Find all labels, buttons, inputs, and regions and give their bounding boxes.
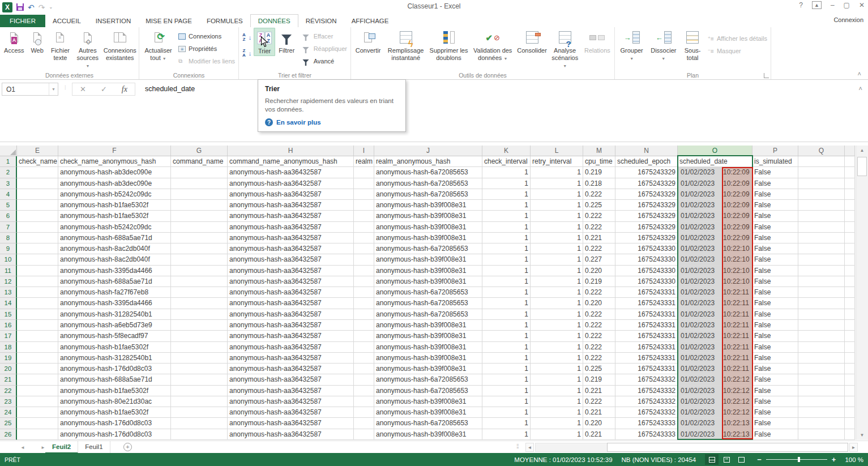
cell-I18[interactable] (354, 342, 374, 353)
autres-sources-button[interactable]: ◇ Autres sources ▼ (73, 28, 102, 70)
cell-J25[interactable]: anonymous-hash-6a72085653 (374, 418, 482, 429)
cell-Q25[interactable] (798, 418, 845, 429)
cell-F1[interactable]: check_name_anonymous_hash (58, 156, 171, 167)
cell-E25[interactable] (17, 418, 58, 429)
cell-I11[interactable] (354, 266, 374, 276)
cell-P14[interactable]: False (752, 298, 798, 309)
cell-M8[interactable]: 0.221 (583, 233, 615, 243)
grouper-button[interactable]: → Grouper▼ (616, 28, 647, 63)
filtrer-button[interactable]: Filtrer (275, 28, 298, 55)
scroll-up-icon[interactable]: ▲ (856, 146, 868, 155)
cell-Q22[interactable] (798, 386, 845, 396)
cell-M12[interactable]: 0.219 (583, 276, 615, 287)
row-header-5[interactable]: 5 (0, 200, 17, 211)
cell-F21[interactable]: anonymous-hash-688a5ae71d (58, 374, 171, 385)
row-header-1[interactable]: 1 (0, 156, 17, 167)
cell-H12[interactable]: anonymous-hash-aa36432587 (228, 276, 354, 287)
cell-N4[interactable]: 1675243329 (615, 189, 678, 200)
modifier-liens-button[interactable]: ⧉ Modifier les liens (176, 55, 237, 67)
cell-J9[interactable]: anonymous-hash-6a72085653 (374, 243, 482, 254)
cell-L15[interactable]: 1 (531, 309, 583, 320)
cell-G3[interactable] (171, 178, 228, 189)
cell-H23[interactable]: anonymous-hash-aa36432587 (228, 396, 354, 407)
cell-P24[interactable]: False (752, 407, 798, 418)
cell-F6[interactable]: anonymous-hash-b1fae5302f (58, 211, 171, 221)
cell-H15[interactable]: anonymous-hash-aa36432587 (228, 309, 354, 320)
tab-formules[interactable]: FORMULES (199, 15, 250, 28)
cell-J14[interactable]: anonymous-hash-6a72085653 (374, 298, 482, 309)
cell-I21[interactable] (354, 374, 374, 385)
cell-I20[interactable] (354, 364, 374, 374)
cell-J8[interactable]: anonymous-hash-b39f008e31 (374, 233, 482, 243)
cell-x6[interactable] (845, 211, 855, 221)
cell-L2[interactable]: 1 (531, 167, 583, 178)
name-box-dropdown-icon[interactable]: ▼ (49, 83, 58, 95)
cell-F13[interactable]: anonymous-hash-fa27f67eb8 (58, 287, 171, 298)
column-header-E[interactable]: E (17, 146, 58, 156)
cell-H6[interactable]: anonymous-hash-aa36432587 (228, 211, 354, 221)
cell-H4[interactable]: anonymous-hash-aa36432587 (228, 189, 354, 200)
cell-O2[interactable]: 01/02/202310:22:09 (678, 167, 752, 178)
cell-N14[interactable]: 1675243331 (615, 298, 678, 309)
cell-I12[interactable] (354, 276, 374, 287)
vertical-scrollbar-thumb[interactable] (857, 157, 867, 176)
ribbon-display-options-icon[interactable]: ▲ (812, 1, 822, 9)
hscroll-splitter[interactable]: ⁞⁞ (516, 443, 519, 450)
cell-N10[interactable]: 1675243330 (615, 254, 678, 265)
cell-F16[interactable]: anonymous-hash-a6eb5d73e9 (58, 320, 171, 331)
cell-x8[interactable] (845, 233, 855, 243)
cell-K1[interactable]: check_interval (482, 156, 531, 167)
cell-Q12[interactable] (798, 276, 845, 287)
cell-P2[interactable]: False (752, 167, 798, 178)
cell-J23[interactable]: anonymous-hash-b39f008e31 (374, 396, 482, 407)
cell-P23[interactable]: False (752, 396, 798, 407)
cell-F17[interactable]: anonymous-hash-5f8ecadf97 (58, 331, 171, 341)
cell-I8[interactable] (354, 233, 374, 243)
cell-F26[interactable]: anonymous-hash-176d0d8c03 (58, 429, 171, 440)
cell-L25[interactable]: 1 (531, 418, 583, 429)
cell-G2[interactable] (171, 167, 228, 178)
cell-M14[interactable]: 0.220 (583, 298, 615, 309)
cell-E4[interactable] (17, 189, 58, 200)
cell-F25[interactable]: anonymous-hash-176d0d8c03 (58, 418, 171, 429)
cell-x3[interactable] (845, 178, 855, 189)
cell-x5[interactable] (845, 200, 855, 211)
cell-F15[interactable]: anonymous-hash-31282540b1 (58, 309, 171, 320)
cell-G12[interactable] (171, 276, 228, 287)
cell-J18[interactable]: anonymous-hash-b39f008e31 (374, 342, 482, 353)
dissocier-button[interactable]: ← Dissocier▼ (647, 28, 679, 63)
cell-Q9[interactable] (798, 243, 845, 254)
cell-x20[interactable] (845, 364, 855, 374)
cell-Q21[interactable] (798, 374, 845, 385)
row-header-18[interactable]: 18 (0, 342, 17, 353)
cell-P5[interactable]: False (752, 200, 798, 211)
cell-G22[interactable] (171, 386, 228, 396)
close-icon[interactable]: ✕ (859, 1, 865, 9)
cell-Q10[interactable] (798, 254, 845, 265)
cell-J15[interactable]: anonymous-hash-6a72085653 (374, 309, 482, 320)
normal-view-icon[interactable] (705, 454, 719, 465)
cell-G13[interactable] (171, 287, 228, 298)
formula-bar-splitter[interactable]: ⁞ (65, 85, 67, 91)
cell-E9[interactable] (17, 243, 58, 254)
cell-I22[interactable] (354, 386, 374, 396)
cell-M15[interactable]: 0.222 (583, 309, 615, 320)
scroll-right-icon[interactable]: ► (849, 443, 858, 452)
cell-G6[interactable] (171, 211, 228, 221)
tab-fichier[interactable]: FICHIER (0, 15, 45, 28)
cell-G26[interactable] (171, 429, 228, 440)
cell-O26[interactable]: 01/02/202310:22:13 (678, 429, 752, 440)
column-header-Q[interactable]: Q (798, 146, 845, 156)
cell-E2[interactable] (17, 167, 58, 178)
cell-G21[interactable] (171, 374, 228, 385)
cell-G10[interactable] (171, 254, 228, 265)
cell-K14[interactable]: 1 (482, 298, 531, 309)
minimize-icon[interactable]: – (831, 1, 835, 9)
relations-button[interactable]: Relations (581, 28, 613, 55)
cell-L17[interactable]: 1 (531, 331, 583, 341)
cell-J5[interactable]: anonymous-hash-b39f008e31 (374, 200, 482, 211)
cell-H25[interactable]: anonymous-hash-aa36432587 (228, 418, 354, 429)
tab-affichage[interactable]: AFFICHAGE (344, 15, 396, 28)
cell-Q4[interactable] (798, 189, 845, 200)
sort-az-button[interactable]: AZ↓ (240, 31, 254, 44)
